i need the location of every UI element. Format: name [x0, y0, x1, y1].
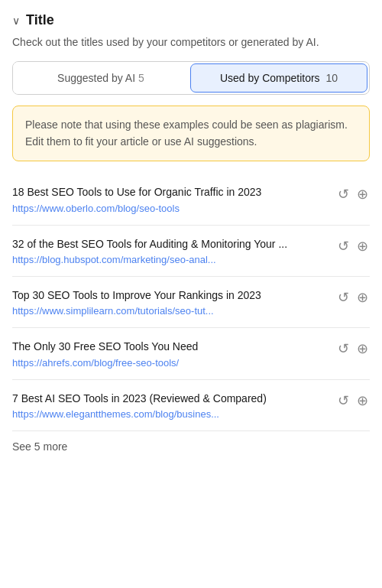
refresh-button[interactable]: ↺	[336, 289, 351, 306]
refresh-button[interactable]: ↺	[336, 186, 351, 203]
plus-circle-icon: ⊕	[357, 394, 368, 408]
item-title: Top 30 SEO Tools to Improve Your Ranking…	[12, 288, 330, 303]
item-content: 18 Best SEO Tools to Use for Organic Tra…	[12, 184, 336, 213]
section-description: Check out the titles used by your compet…	[12, 34, 370, 50]
list-item: 32 of the Best SEO Tools for Auditing & …	[12, 226, 370, 277]
tab-suggested-count: 5	[138, 72, 144, 84]
refresh-button[interactable]: ↺	[336, 238, 351, 255]
refresh-icon: ↺	[338, 342, 349, 356]
items-list: 18 Best SEO Tools to Use for Organic Tra…	[12, 174, 370, 430]
list-item: The Only 30 Free SEO Tools You Need http…	[12, 328, 370, 379]
warning-box: Please note that using these examples co…	[12, 106, 370, 161]
item-actions: ↺ ⊕	[336, 236, 370, 255]
tab-competitors-count: 10	[326, 72, 338, 84]
plus-circle-icon: ⊕	[357, 187, 368, 201]
tab-competitors-label: Used by Competitors	[220, 72, 320, 84]
item-actions: ↺ ⊕	[336, 391, 370, 409]
see-more-button[interactable]: See 5 more	[12, 440, 370, 453]
refresh-icon: ↺	[338, 187, 349, 201]
tab-suggested-label: Suggested by AI	[57, 72, 135, 84]
item-content: Top 30 SEO Tools to Improve Your Ranking…	[12, 288, 336, 317]
item-url[interactable]: https://www.simplilearn.com/tutorials/se…	[12, 305, 330, 317]
warning-text: Please note that using these examples co…	[25, 119, 348, 148]
item-actions: ↺ ⊕	[336, 184, 370, 203]
item-content: 7 Best AI SEO Tools in 2023 (Reviewed & …	[12, 391, 336, 420]
item-url[interactable]: https://www.elegantthemes.com/blog/busin…	[12, 408, 330, 420]
item-url[interactable]: https://blog.hubspot.com/marketing/seo-a…	[12, 254, 330, 265]
list-item: 7 Best AI SEO Tools in 2023 (Reviewed & …	[12, 380, 370, 431]
item-title: 32 of the Best SEO Tools for Auditing & …	[12, 236, 330, 252]
tab-suggested-by-ai[interactable]: Suggested by AI5	[13, 62, 189, 94]
chevron-down-icon[interactable]: ∨	[12, 15, 20, 27]
list-item: 18 Best SEO Tools to Use for Organic Tra…	[12, 174, 370, 225]
tab-used-by-competitors[interactable]: Used by Competitors 10	[190, 63, 367, 93]
plus-circle-icon: ⊕	[357, 342, 368, 356]
item-title: 18 Best SEO Tools to Use for Organic Tra…	[12, 184, 330, 200]
add-button[interactable]: ⊕	[355, 392, 370, 409]
refresh-icon: ↺	[338, 394, 349, 408]
plus-circle-icon: ⊕	[357, 239, 368, 253]
section-container: ∨ Title Check out the titles used by you…	[12, 12, 370, 453]
add-button[interactable]: ⊕	[355, 186, 370, 203]
item-actions: ↺ ⊕	[336, 288, 370, 306]
add-button[interactable]: ⊕	[355, 289, 370, 306]
section-title: Title	[26, 12, 54, 28]
tabs-container: Suggested by AI5 Used by Competitors 10	[12, 61, 370, 95]
header-row: ∨ Title	[12, 12, 370, 28]
add-button[interactable]: ⊕	[355, 238, 370, 255]
refresh-icon: ↺	[338, 239, 349, 253]
refresh-button[interactable]: ↺	[336, 392, 351, 409]
refresh-button[interactable]: ↺	[336, 340, 351, 357]
item-url[interactable]: https://www.oberlo.com/blog/seo-tools	[12, 203, 330, 214]
item-content: 32 of the Best SEO Tools for Auditing & …	[12, 236, 336, 265]
add-button[interactable]: ⊕	[355, 340, 370, 357]
item-title: 7 Best AI SEO Tools in 2023 (Reviewed & …	[12, 391, 330, 406]
refresh-icon: ↺	[338, 291, 349, 304]
item-url[interactable]: https://ahrefs.com/blog/free-seo-tools/	[12, 357, 330, 369]
item-title: The Only 30 Free SEO Tools You Need	[12, 339, 330, 354]
plus-circle-icon: ⊕	[357, 291, 368, 304]
item-actions: ↺ ⊕	[336, 339, 370, 357]
item-content: The Only 30 Free SEO Tools You Need http…	[12, 339, 336, 368]
list-item: Top 30 SEO Tools to Improve Your Ranking…	[12, 277, 370, 328]
